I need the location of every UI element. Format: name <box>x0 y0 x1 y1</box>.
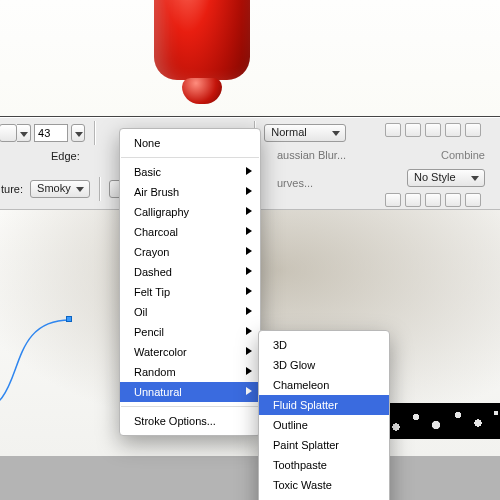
unnatural-submenu: 3D 3D Glow Chameleon Fluid Splatter Outl… <box>258 330 390 500</box>
menu-item-oil[interactable]: Oil <box>120 302 260 322</box>
submenu-item-3d-glow[interactable]: 3D Glow <box>259 355 389 375</box>
stroke-preset-dropdown[interactable] <box>17 124 31 142</box>
path-op-2[interactable] <box>405 193 421 207</box>
canvas-top <box>0 0 500 116</box>
combine-link[interactable]: Combine <box>441 149 485 161</box>
submenu-item-fluid-splatter[interactable]: Fluid Splatter <box>259 395 389 415</box>
menu-item-charcoal[interactable]: Charcoal <box>120 222 260 242</box>
rocket-illustration <box>142 0 262 120</box>
submenu-item-viscous-alien-paint[interactable]: Viscous Alien Paint <box>259 495 389 500</box>
shape-btn-3[interactable] <box>425 123 441 137</box>
canvas-outside <box>0 456 500 500</box>
menu-item-watercolor[interactable]: Watercolor <box>120 342 260 362</box>
menu-item-basic[interactable]: Basic <box>120 162 260 182</box>
menu-separator <box>121 406 259 407</box>
path-op-3[interactable] <box>425 193 441 207</box>
menu-item-felt-tip[interactable]: Felt Tip <box>120 282 260 302</box>
menu-item-stroke-options[interactable]: Stroke Options... <box>120 411 260 431</box>
menu-item-dashed[interactable]: Dashed <box>120 262 260 282</box>
menu-separator <box>121 157 259 158</box>
submenu-item-chameleon[interactable]: Chameleon <box>259 375 389 395</box>
submenu-item-3d[interactable]: 3D <box>259 335 389 355</box>
menu-item-none[interactable]: None <box>120 133 260 153</box>
menu-item-unnatural[interactable]: Unnatural <box>120 382 260 402</box>
stroke-width-input[interactable] <box>34 124 68 142</box>
stroke-preset-icon[interactable] <box>0 124 17 142</box>
menu-item-pencil[interactable]: Pencil <box>120 322 260 342</box>
stroke-category-menu: None Basic Air Brush Calligraphy Charcoa… <box>119 128 261 436</box>
menu-item-crayon[interactable]: Crayon <box>120 242 260 262</box>
shape-btn-5[interactable] <box>465 123 481 137</box>
curves-item[interactable]: urves... <box>277 177 313 189</box>
path-op-4[interactable] <box>445 193 461 207</box>
gaussian-blur-item[interactable]: aussian Blur... <box>277 149 346 161</box>
menu-item-air-brush[interactable]: Air Brush <box>120 182 260 202</box>
texture-label: ture: <box>1 183 23 195</box>
shape-btn-2[interactable] <box>405 123 421 137</box>
stroke-width-stepper[interactable] <box>71 124 85 142</box>
submenu-item-paint-splatter[interactable]: Paint Splatter <box>259 435 389 455</box>
menu-item-calligraphy[interactable]: Calligraphy <box>120 202 260 222</box>
path-op-1[interactable] <box>385 193 401 207</box>
shape-mode-cluster <box>384 123 481 139</box>
texture-select[interactable]: Smoky <box>30 180 90 198</box>
submenu-item-toxic-waste[interactable]: Toxic Waste <box>259 475 389 495</box>
blend-mode-select[interactable]: Normal <box>264 124 346 142</box>
edge-label: Edge: <box>51 150 80 162</box>
style-select[interactable]: No Style <box>407 169 485 187</box>
submenu-item-toothpaste[interactable]: Toothpaste <box>259 455 389 475</box>
path-op-5[interactable] <box>465 193 481 207</box>
shape-btn-1[interactable] <box>385 123 401 137</box>
submenu-item-outline[interactable]: Outline <box>259 415 389 435</box>
path-ops-cluster <box>384 193 481 209</box>
shape-btn-4[interactable] <box>445 123 461 137</box>
menu-item-random[interactable]: Random <box>120 362 260 382</box>
